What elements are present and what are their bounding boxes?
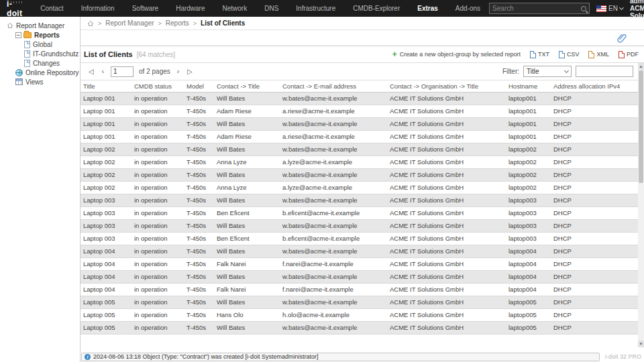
table-cell: DHCP bbox=[551, 219, 638, 232]
filter-column-select[interactable]: Title bbox=[523, 66, 572, 77]
table-cell: Laptop 002 bbox=[80, 143, 131, 156]
table-row[interactable]: Laptop 002in operationT-450sAnna Lyzea.l… bbox=[80, 156, 638, 168]
table-cell: Ben Eficent bbox=[214, 206, 280, 219]
table-cell: T-450s bbox=[184, 105, 214, 117]
table-cell: T-450s bbox=[184, 143, 214, 156]
last-page-button[interactable]: ▷ bbox=[183, 68, 197, 75]
nav-item-software[interactable]: Software bbox=[123, 0, 167, 17]
table-row[interactable]: Laptop 002in operationT-450sAnna Lyzea.l… bbox=[80, 181, 638, 194]
table-row[interactable]: Laptop 004in operationT-450sWill Batesw.… bbox=[80, 270, 638, 283]
sidebar-item-reports[interactable]: −Reports bbox=[0, 30, 80, 40]
table-row[interactable]: Laptop 003in operationT-450sWill Batesw.… bbox=[80, 219, 638, 232]
table-cell: in operation bbox=[131, 117, 184, 130]
table-cell: DHCP bbox=[551, 130, 638, 143]
table-row[interactable]: Laptop 003in operationT-450sWill Batesw.… bbox=[80, 194, 638, 206]
nav-item-hardware[interactable]: Hardware bbox=[167, 0, 213, 17]
table-row[interactable]: Laptop 005in operationT-450sWill Batesw.… bbox=[80, 296, 638, 308]
page-number-input[interactable] bbox=[111, 66, 133, 77]
breadcrumb-separator: > bbox=[98, 20, 101, 27]
nav-item-add-ons[interactable]: Add-ons bbox=[447, 0, 489, 17]
idoit-logo[interactable]: i-doit bbox=[0, 0, 32, 18]
table-cell: w.bates@acme-it.example bbox=[280, 219, 387, 232]
create-object-group-button[interactable]: + Create a new object-group by selected … bbox=[392, 51, 521, 58]
table-cell: laptop002 bbox=[506, 156, 551, 168]
table-cell: DHCP bbox=[551, 206, 638, 219]
filter-selected-option: Title bbox=[527, 68, 539, 75]
table-cell: DHCP bbox=[551, 194, 638, 206]
nav-item-network[interactable]: Network bbox=[214, 0, 256, 17]
vertical-scrollbar[interactable]: ▲ ▼ bbox=[638, 63, 644, 347]
table-cell: in operation bbox=[131, 194, 184, 206]
nav-item-contact[interactable]: Contact bbox=[32, 0, 72, 17]
table-cell: w.bates@acme-it.example bbox=[280, 245, 387, 257]
global-search[interactable] bbox=[489, 3, 590, 14]
export-csv-button[interactable]: CSV bbox=[559, 51, 580, 58]
table-cell: Laptop 004 bbox=[80, 257, 131, 270]
search-icon[interactable] bbox=[581, 6, 586, 11]
table-row[interactable]: Laptop 003in operationT-450sBen Eficentb… bbox=[80, 206, 638, 219]
tree-collapse-icon[interactable]: − bbox=[15, 32, 21, 38]
table-cell: laptop001 bbox=[506, 130, 551, 143]
search-input[interactable] bbox=[492, 5, 581, 12]
sidebar-item-it-grundschutz[interactable]: IT-Grundschutz bbox=[0, 49, 80, 58]
scroll-up-icon[interactable]: ▲ bbox=[638, 63, 644, 70]
table-cell: Falk Narei bbox=[214, 283, 280, 296]
export-pdf-button[interactable]: PDF bbox=[619, 51, 639, 58]
table-cell: DHCP bbox=[551, 245, 638, 257]
table-row[interactable]: Laptop 002in operationT-450sWill Batesw.… bbox=[80, 168, 638, 181]
sidebar-item-global[interactable]: Global bbox=[0, 40, 80, 49]
table-cell: in operation bbox=[131, 296, 184, 308]
table-cell: b.eficent@acme-it.example bbox=[280, 232, 387, 245]
table-row[interactable]: Laptop 001in operationT-450sAdam Riesea.… bbox=[80, 105, 638, 117]
table-row[interactable]: Laptop 003in operationT-450sBen Eficentb… bbox=[80, 232, 638, 245]
table-cell: a.lyze@acme-it.example bbox=[280, 156, 387, 168]
table-cell: in operation bbox=[131, 257, 184, 270]
previous-page-button[interactable]: ‹ bbox=[98, 68, 108, 75]
scrollbar-thumb[interactable] bbox=[639, 70, 643, 183]
export-xml-button[interactable]: XML bbox=[588, 51, 609, 58]
table-row[interactable]: Laptop 001in operationT-450sAdam Riesea.… bbox=[80, 130, 638, 143]
table-cell: ACME IT Solutions GmbH bbox=[387, 308, 506, 321]
sidebar-item-views[interactable]: Views bbox=[0, 77, 80, 86]
table-row[interactable]: Laptop 001in operationT-450sWill Batesw.… bbox=[80, 117, 638, 130]
first-page-button[interactable]: ◁ bbox=[85, 68, 98, 75]
sidebar-item-changes[interactable]: Changes bbox=[0, 58, 80, 68]
table-cell: w.bates@acme-it.example bbox=[280, 270, 387, 283]
table-row[interactable]: Laptop 004in operationT-450sFalk Nareif.… bbox=[80, 257, 638, 270]
breadcrumb-item-report-manager[interactable]: Report Manager bbox=[105, 19, 154, 27]
nav-item-dns[interactable]: DNS bbox=[256, 0, 287, 17]
table-row[interactable]: Laptop 005in operationT-450sHans Oloh.ol… bbox=[80, 308, 638, 321]
table-cell: Hans Olo bbox=[214, 308, 280, 321]
table-row[interactable]: Laptop 005in operationT-450sWill Batesw.… bbox=[80, 321, 638, 334]
sidebar-item-online-repository[interactable]: Online Repository bbox=[0, 68, 80, 77]
table-cell: T-450s bbox=[184, 168, 214, 181]
paperclip-icon[interactable] bbox=[617, 33, 627, 44]
export-txt-button[interactable]: TXT bbox=[530, 51, 549, 58]
sidebar-item-label: Online Repository bbox=[25, 69, 78, 76]
export-buttons: TXTCSVXMLPDF bbox=[530, 51, 639, 58]
nav-item-cmdb-explorer[interactable]: CMDB-Explorer bbox=[344, 0, 409, 17]
table-cell: in operation bbox=[131, 321, 184, 334]
sidebar-tree: Report Manager−ReportsGlobalIT-Grundschu… bbox=[0, 17, 80, 362]
table-row[interactable]: Laptop 004in operationT-450sFalk Nareif.… bbox=[80, 283, 638, 296]
language-selector[interactable]: EN bbox=[596, 5, 623, 12]
table-cell: Will Bates bbox=[214, 194, 280, 206]
table-cell: Laptop 003 bbox=[80, 232, 131, 245]
table-row[interactable]: Laptop 001in operationT-450sWill Batesw.… bbox=[80, 92, 638, 105]
breadcrumb-item-reports[interactable]: Reports bbox=[166, 19, 189, 27]
breadcrumb-item-list-of-clients[interactable]: List of Clients bbox=[201, 19, 245, 27]
table-row[interactable]: Laptop 004in operationT-450sWill Batesw.… bbox=[80, 245, 638, 257]
table-cell: laptop005 bbox=[506, 321, 551, 334]
sidebar-item-report-manager[interactable]: Report Manager bbox=[0, 21, 80, 30]
sidebar-item-label: Reports bbox=[34, 32, 60, 39]
nav-item-extras[interactable]: Extras bbox=[409, 0, 447, 17]
home-icon[interactable] bbox=[87, 20, 94, 27]
filter-text-input[interactable] bbox=[576, 66, 633, 77]
table-cell: Will Bates bbox=[214, 168, 280, 181]
next-page-button[interactable]: › bbox=[173, 68, 183, 75]
table-row[interactable]: Laptop 002in operationT-450sWill Batesw.… bbox=[80, 143, 638, 156]
nav-item-information[interactable]: Information bbox=[72, 0, 123, 17]
table-cell: DHCP bbox=[551, 257, 638, 270]
scroll-down-icon[interactable]: ▼ bbox=[638, 341, 644, 347]
nav-item-infrastructure[interactable]: Infrastructure bbox=[287, 0, 344, 17]
